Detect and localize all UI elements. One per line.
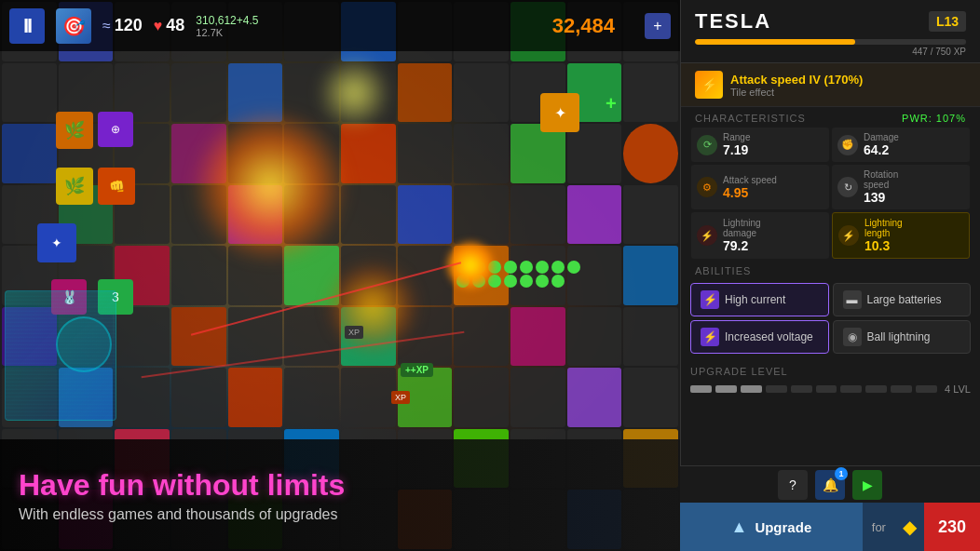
attack-speed-value: 4.95 [723, 185, 823, 200]
xp-label-2: XP [391, 391, 410, 404]
bottom-banner: Have fun without limits With endless gam… [0, 439, 680, 551]
increased-voltage-icon: ⚡ [701, 328, 719, 346]
notification-badge: 1 [835, 467, 848, 480]
hud-score: 32,484 [552, 14, 615, 38]
banner-title: Have fun without limits [19, 467, 661, 503]
xp-label: 447 / 750 XP [695, 47, 966, 57]
green-plus: + [606, 93, 617, 114]
tower-name-row: TESLA L13 [695, 9, 966, 34]
right-panel: TESLA L13 447 / 750 XP ⚡ Attack speed IV… [680, 0, 980, 551]
ability-large-batteries[interactable]: ▬ Large batteries [833, 283, 972, 316]
game-tile-orange-sq: ✦ [540, 93, 579, 132]
stat-lightning-length: ⚡ Lightninglength 10.3 [832, 212, 970, 259]
xp-bar-fill [695, 39, 855, 45]
tile-effect-name: Attack speed IV (170%) [730, 73, 863, 87]
stats-grid: ⟳ Range 7.19 ✊ Damage 64.2 ⚙ Attack spee… [681, 127, 980, 260]
xp-bar-container [695, 39, 966, 45]
xp-plus-badge: ++XP [401, 363, 433, 377]
game-tile-icon-6: 👊 [98, 168, 135, 205]
upgrade-row: ▲ Upgrade for ◆ 230 [680, 503, 980, 551]
upgrade-level-label: UPGRADE LEVEL [690, 362, 971, 381]
upgrade-lvl-number: 4 LVL [945, 383, 971, 395]
tower-name: TESLA [695, 9, 771, 34]
ability-high-current-label: High current [725, 293, 785, 306]
upgrade-cost-value[interactable]: 230 [924, 503, 980, 551]
banner-subtitle: With endless games and thousands of upgr… [19, 506, 661, 523]
lightning-length-value: 10.3 [864, 238, 963, 253]
pwr-badge: PWR: 107% [902, 113, 966, 124]
abilities-section-label: ABILITIES [681, 260, 980, 279]
notification-icon-btn[interactable]: 🔔 1 [815, 470, 845, 500]
ability-ball-lightning[interactable]: ◉ Ball lightning [833, 320, 972, 354]
game-tile-icon-3: ✦ [37, 223, 76, 262]
ability-high-current[interactable]: ⚡ High current [690, 283, 829, 316]
ability-ball-lightning-label: Ball lightning [867, 330, 931, 343]
ability-increased-voltage[interactable]: ⚡ Increased voltage [690, 320, 829, 354]
rotation-speed-value: 139 [864, 190, 964, 205]
xp-label-1: XP [345, 326, 363, 339]
lightning-damage-icon: ⚡ [697, 225, 717, 246]
ability-increased-voltage-label: Increased voltage [725, 330, 813, 343]
player-icon: 🎯 [56, 8, 91, 44]
lightning-damage-value: 79.2 [723, 238, 823, 253]
panel-header: TESLA L13 447 / 750 XP [681, 0, 980, 63]
range-value: 7.19 [723, 142, 823, 157]
characteristics-section-label: CHARACTERISTICS PWR: 107% [681, 107, 980, 127]
damage-icon: ✊ [837, 135, 858, 155]
game-tile-icon-2: 🌿 [56, 168, 93, 205]
hud-lives-stat: ♥ 48 [154, 16, 185, 35]
game-creature [5, 290, 116, 421]
tower-level: L13 [929, 11, 966, 32]
hud-wave-stat: ≈ 120 [102, 16, 143, 35]
ball-lightning-icon: ◉ [843, 328, 862, 346]
ability-large-batteries-label: Large batteries [867, 293, 942, 306]
tile-effect-icon: ⚡ [695, 71, 723, 99]
game-tile-icon-7: ⊕ [98, 112, 133, 147]
stat-attack-speed: ⚙ Attack speed 4.95 [691, 165, 829, 209]
stat-lightning-damage: ⚡ Lightningdamage 79.2 [691, 212, 829, 259]
rotation-speed-icon: ↻ [837, 177, 858, 197]
damage-value: 64.2 [864, 142, 964, 157]
upgrade-bar-row: 4 LVL [690, 383, 971, 395]
high-current-icon: ⚡ [701, 290, 719, 309]
stat-range: ⟳ Range 7.19 [691, 128, 829, 162]
tile-effect-sub: Tile effect [730, 87, 863, 98]
tile-effect-row: ⚡ Attack speed IV (170%) Tile effect [681, 63, 980, 107]
stat-rotation-speed: ↻ Rotationspeed 139 [832, 165, 970, 209]
game-area: 🌿 🌿 ✦ 🐰 3 👊 ⊕ [0, 0, 680, 551]
upgrade-cost-section: for ◆ 230 [863, 503, 980, 551]
play-icon-btn[interactable]: ▶ [852, 470, 882, 500]
range-icon: ⟳ [697, 135, 717, 155]
abilities-grid: ⚡ High current ▬ Large batteries ⚡ Incre… [681, 279, 980, 357]
cost-gem-icon: ◆ [895, 503, 924, 551]
pause-button[interactable]: II [9, 8, 45, 44]
lightning-length-icon: ⚡ [838, 225, 859, 246]
attack-speed-icon: ⚙ [697, 177, 717, 197]
cost-for-label: for [863, 503, 895, 551]
hud-dps-stat: 310,612+4.5 12.7K [196, 14, 258, 38]
large-batteries-icon: ▬ [843, 290, 862, 309]
bottom-icons-row: ? 🔔 1 ▶ [680, 465, 980, 503]
help-icon-btn[interactable]: ? [778, 470, 808, 500]
upgrade-button[interactable]: ▲ Upgrade [680, 503, 863, 551]
game-tile-icon-1: 🌿 [56, 112, 93, 149]
upgrade-section: UPGRADE LEVEL 4 LVL [681, 357, 980, 402]
plus-button[interactable]: + [645, 13, 671, 39]
stat-damage: ✊ Damage 64.2 [832, 128, 970, 162]
top-hud: II 🎯 ≈ 120 ♥ 48 310,612+4.5 12.7K 32,484… [0, 0, 680, 51]
